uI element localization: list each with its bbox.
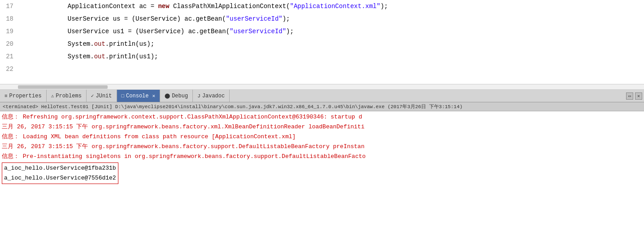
tab-javadoc[interactable]: JJavadoc [193,90,230,102]
line-code: System.out.println(us); [22,38,644,50]
line-code: ApplicationContext ac = new ClassPathXml… [22,0,644,13]
minimize-button[interactable]: ▭ [626,92,633,100]
tab-problems[interactable]: ⚠Problems [47,90,87,102]
code-line: 17 ApplicationContext ac = new ClassPath… [0,0,644,13]
code-line: 21 System.out.println(us1); [0,50,644,63]
output-line-2: a_ioc_hello.UserService@7556d1e2 [4,173,116,183]
console-line: 信息： Loading XML bean definitions from cl… [0,132,644,142]
junit-tab-icon: ✓ [91,93,94,99]
tab-bar: ≡Properties⚠Problems✓JUnit□Console✕⬤Debu… [0,90,644,102]
line-number: 22 [0,63,22,75]
console-header: <terminated> HelloTest.Test01 [JUnit] D:… [0,102,644,111]
line-number: 17 [0,0,22,13]
line-number: 21 [0,50,22,63]
console-line: 三月 26, 2017 3:15:15 下午 org.springframewo… [0,122,644,132]
javadoc-tab-label: Javadoc [202,93,225,99]
properties-tab-icon: ≡ [4,93,8,99]
tab-properties[interactable]: ≡Properties [0,90,47,102]
line-number: 20 [0,38,22,50]
code-line: 22 [0,63,644,75]
debug-tab-icon: ⬤ [165,93,170,99]
debug-tab-label: Debug [172,93,188,99]
tab-junit[interactable]: ✓JUnit [87,90,117,102]
console-tab-icon: □ [122,93,125,99]
tab-debug[interactable]: ⬤Debug [160,90,193,102]
line-code: UserService us = (UserService) ac.getBea… [22,13,644,25]
console-body: 信息： Refreshing org.springframework.conte… [0,111,644,186]
code-content: 17 ApplicationContext ac = new ClassPath… [0,0,644,84]
code-editor: 17 ApplicationContext ac = new ClassPath… [0,0,644,90]
console-area: <terminated> HelloTest.Test01 [JUnit] D:… [0,102,644,186]
javadoc-tab-icon: J [197,93,200,99]
junit-tab-label: JUnit [96,93,112,99]
tab-bar-controls: ▭ ✕ [626,90,644,102]
code-scrollbar[interactable] [0,84,644,89]
output-line-1: a_ioc_hello.UserService@1fba231b [4,163,116,173]
problems-tab-icon: ⚠ [51,93,54,99]
code-line: 18 UserService us = (UserService) ac.get… [0,13,644,25]
output-box: a_ioc_hello.UserService@1fba231ba_ioc_he… [2,162,118,184]
line-code: UserService us1 = (UserService) ac.getBe… [22,25,644,38]
console-line: 三月 26, 2017 3:15:15 下午 org.springframewo… [0,142,644,152]
console-line: 信息： Pre-instantiating singletons in org.… [0,152,644,162]
code-line: 19 UserService us1 = (UserService) ac.ge… [0,25,644,38]
tab-close-icon[interactable]: ✕ [152,93,156,99]
close-button[interactable]: ✕ [635,92,642,100]
line-number: 18 [0,13,22,25]
console-tab-label: Console [126,93,148,99]
line-code: System.out.println(us1); [22,50,644,63]
code-line: 20 System.out.println(us); [0,38,644,50]
tab-console[interactable]: □Console✕ [117,90,161,102]
scrollbar-thumb[interactable] [18,85,108,89]
console-line: 信息： Refreshing org.springframework.conte… [0,112,644,122]
properties-tab-label: Properties [9,93,42,99]
console-output: a_ioc_hello.UserService@1fba231ba_ioc_he… [0,162,644,185]
problems-tab-label: Problems [56,93,82,99]
line-number: 19 [0,25,22,38]
